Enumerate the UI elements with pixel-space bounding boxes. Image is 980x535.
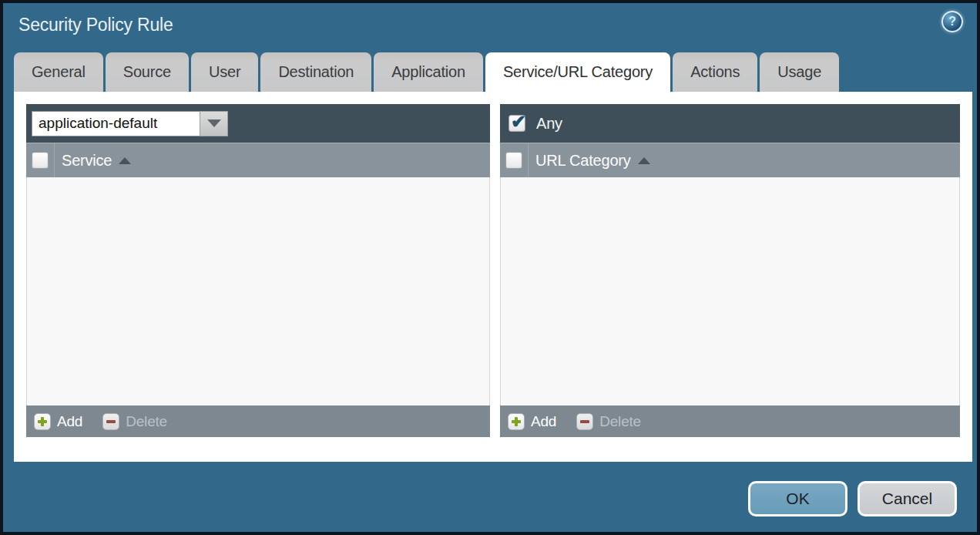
- url-select-all-cell: [500, 143, 529, 177]
- help-icon[interactable]: ?: [941, 11, 963, 32]
- url-delete-label: Delete: [599, 413, 641, 430]
- service-panel-footer: Add Delete: [26, 405, 490, 437]
- tab-usage[interactable]: Usage: [760, 52, 839, 92]
- service-delete-label: Delete: [126, 413, 167, 430]
- url-column-header[interactable]: URL Category: [529, 143, 650, 177]
- service-column-header-row: Service: [26, 143, 490, 177]
- service-column-label: Service: [62, 152, 112, 170]
- ok-button[interactable]: OK: [748, 481, 847, 516]
- tab-actions[interactable]: Actions: [673, 52, 757, 92]
- security-policy-rule-dialog: Security Policy Rule ? General Source Us…: [0, 0, 980, 535]
- service-type-dropdown[interactable]: [32, 111, 228, 136]
- tab-destination[interactable]: Destination: [260, 52, 371, 92]
- service-panel: Service Add Delete: [26, 104, 490, 437]
- url-add-button[interactable]: Add: [508, 413, 556, 430]
- tab-bar: General Source User Destination Applicat…: [14, 52, 839, 92]
- chevron-down-icon: [207, 119, 221, 127]
- tab-application[interactable]: Application: [374, 52, 483, 92]
- add-plus-icon: [508, 413, 525, 430]
- url-category-list-body[interactable]: [500, 177, 960, 405]
- tab-service-url-category[interactable]: Service/URL Category: [485, 52, 670, 92]
- service-delete-button[interactable]: Delete: [102, 413, 167, 430]
- url-column-header-row: URL Category: [500, 143, 960, 177]
- sort-asc-icon: [638, 157, 650, 164]
- service-type-dropdown-button[interactable]: [200, 111, 228, 136]
- url-select-all-checkbox[interactable]: [505, 152, 522, 169]
- url-delete-button[interactable]: Delete: [576, 413, 641, 430]
- tab-user[interactable]: User: [191, 52, 258, 92]
- url-panel-header: Any: [500, 104, 960, 143]
- any-checkbox[interactable]: [508, 115, 525, 132]
- service-type-input[interactable]: [32, 111, 200, 136]
- url-add-label: Add: [531, 413, 556, 430]
- dialog-title: Security Policy Rule: [18, 15, 173, 35]
- tab-source[interactable]: Source: [106, 52, 189, 92]
- tab-general[interactable]: General: [14, 52, 103, 92]
- tab-content-area: Service Add Delete: [14, 92, 972, 462]
- add-plus-icon: [34, 413, 51, 430]
- cancel-button[interactable]: Cancel: [858, 481, 957, 516]
- dialog-titlebar: Security Policy Rule ?: [3, 3, 977, 49]
- service-panel-header: [26, 104, 490, 143]
- service-list-body[interactable]: [26, 177, 490, 405]
- service-column-header[interactable]: Service: [55, 143, 131, 177]
- url-column-label: URL Category: [535, 152, 631, 170]
- service-add-button[interactable]: Add: [34, 413, 82, 430]
- delete-minus-icon: [576, 413, 593, 430]
- delete-minus-icon: [102, 413, 119, 430]
- sort-asc-icon: [119, 157, 131, 164]
- service-add-label: Add: [57, 413, 82, 430]
- service-select-all-cell: [26, 143, 55, 177]
- url-panel-footer: Add Delete: [500, 405, 960, 437]
- dialog-actions: OK Cancel: [748, 481, 957, 516]
- url-category-panel: Any URL Category Add: [500, 104, 960, 437]
- any-label: Any: [536, 115, 562, 133]
- service-select-all-checkbox[interactable]: [32, 152, 49, 169]
